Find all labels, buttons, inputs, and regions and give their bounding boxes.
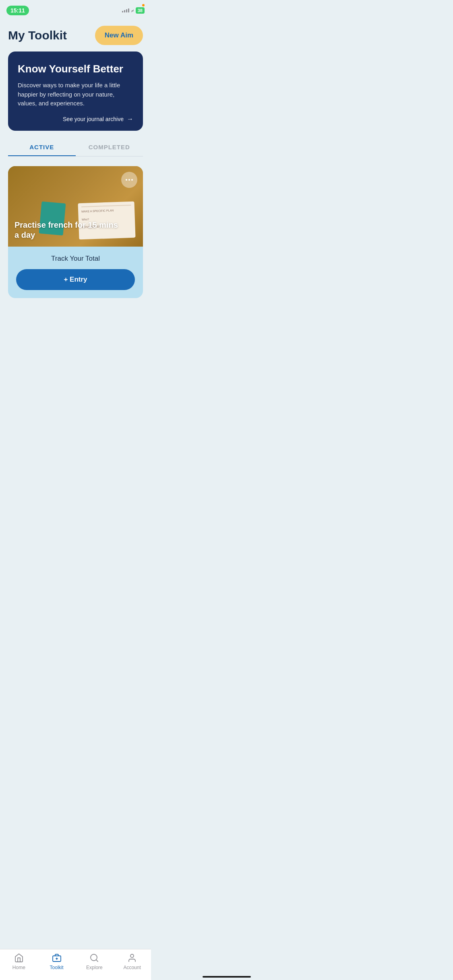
arrow-icon: → xyxy=(127,115,133,123)
signal-icon xyxy=(122,8,129,12)
status-icons: ⌿ 38 xyxy=(122,7,145,14)
activity-image: MAKE A SPECIFIC PLANWho?POSSIBLE ST... P… xyxy=(8,166,143,247)
tab-completed[interactable]: COMPLETED xyxy=(76,139,143,156)
status-time: 15:11 xyxy=(6,6,29,15)
paper-line-1 xyxy=(81,205,131,207)
battery-icon: 38 xyxy=(136,7,145,14)
know-yourself-title: Know Yourself Better xyxy=(18,63,133,75)
know-yourself-card: Know Yourself Better Discover ways to ma… xyxy=(8,51,143,131)
journal-link-text: See your journal archive xyxy=(63,116,124,122)
more-options-button[interactable] xyxy=(121,172,137,188)
new-aim-button[interactable]: New Aim xyxy=(95,26,143,45)
dot-2 xyxy=(128,179,130,181)
activity-title: Practise french for 15 mins a day xyxy=(14,220,119,240)
status-bar: 15:11 ⌿ 38 xyxy=(0,0,151,18)
journal-archive-link[interactable]: See your journal archive → xyxy=(18,115,133,123)
page-title: My Toolkit xyxy=(8,29,67,42)
dot-3 xyxy=(131,179,133,181)
tabs-container: ACTIVE COMPLETED xyxy=(8,139,143,156)
header: My Toolkit New Aim xyxy=(0,18,151,51)
activity-card: MAKE A SPECIFIC PLANWho?POSSIBLE ST... P… xyxy=(8,166,143,298)
tab-active[interactable]: ACTIVE xyxy=(8,139,76,156)
know-yourself-description: Discover ways to make your life a little… xyxy=(18,81,133,108)
wifi-icon: ⌿ xyxy=(131,7,134,14)
entry-button[interactable]: + Entry xyxy=(16,269,135,290)
track-label: Track Your Total xyxy=(16,255,135,263)
notification-dot xyxy=(142,4,145,6)
activity-body: Track Your Total + Entry xyxy=(8,247,143,298)
dot-1 xyxy=(126,179,127,181)
